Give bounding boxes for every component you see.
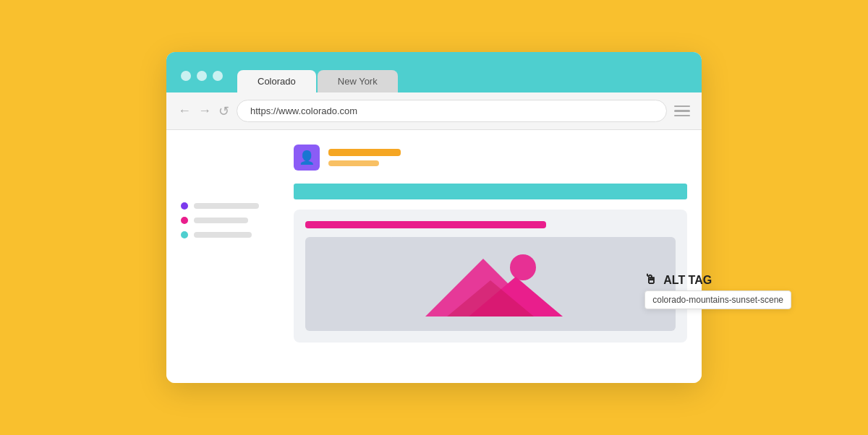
browser-window: Colorado New York ← → ↺ https://www.colo…: [166, 52, 702, 383]
tab-new-york[interactable]: New York: [318, 70, 398, 92]
sidebar-item-2: [181, 217, 282, 224]
menu-line-1: [674, 105, 690, 108]
tab-colorado[interactable]: Colorado: [237, 70, 316, 92]
pink-heading-bar: [305, 221, 546, 228]
mountain-svg: [305, 237, 676, 331]
title-bar: Colorado New York: [166, 52, 702, 92]
alt-tag-title: ALT TAG: [663, 274, 712, 287]
address-input[interactable]: https://www.colorado.com: [237, 100, 667, 122]
avatar: 👤: [294, 145, 320, 171]
profile-row: 👤: [294, 145, 687, 171]
sidebar-line-1: [194, 203, 259, 209]
profile-name-bar: [328, 149, 401, 156]
cursor-icon: 🖱: [644, 272, 658, 288]
back-button[interactable]: ←: [178, 103, 191, 119]
content-area: 👤: [166, 130, 702, 383]
content-block: 🖱 ALT TAG colorado-mountains-sunset-scen…: [294, 210, 687, 343]
tabs: Colorado New York: [237, 70, 398, 92]
svg-point-3: [510, 254, 536, 280]
window-controls: [181, 71, 223, 81]
sidebar: [181, 145, 282, 369]
profile-subtitle-bar: [328, 160, 379, 166]
main-content: 👤: [294, 145, 687, 369]
menu-button[interactable]: [674, 105, 690, 117]
sidebar-line-3: [194, 232, 252, 238]
address-bar-row: ← → ↺ https://www.colorado.com: [166, 92, 702, 130]
menu-line-2: [674, 110, 690, 112]
window-dot-2: [197, 71, 207, 81]
forward-button[interactable]: →: [198, 103, 211, 119]
alt-tag-label: 🖱 ALT TAG: [644, 272, 791, 288]
profile-lines: [328, 149, 401, 166]
alt-tag-value: colorado-mountains-sunset-scene: [652, 295, 783, 305]
sidebar-dot-2: [181, 217, 188, 224]
menu-line-3: [674, 115, 690, 117]
sidebar-item-1: [181, 202, 282, 210]
sidebar-dot-1: [181, 202, 188, 210]
sidebar-item-3: [181, 231, 282, 238]
avatar-icon: 👤: [299, 150, 315, 165]
refresh-button[interactable]: ↺: [218, 103, 229, 119]
sidebar-dot-3: [181, 231, 188, 238]
cyan-bar: [294, 184, 687, 199]
window-dot-1: [181, 71, 191, 81]
image-placeholder: 🖱 ALT TAG colorado-mountains-sunset-scen…: [305, 237, 676, 331]
alt-tag-container: 🖱 ALT TAG colorado-mountains-sunset-scen…: [644, 272, 791, 309]
alt-tag-tooltip: colorado-mountains-sunset-scene: [644, 290, 791, 309]
window-dot-3: [213, 71, 223, 81]
sidebar-line-2: [194, 218, 248, 223]
